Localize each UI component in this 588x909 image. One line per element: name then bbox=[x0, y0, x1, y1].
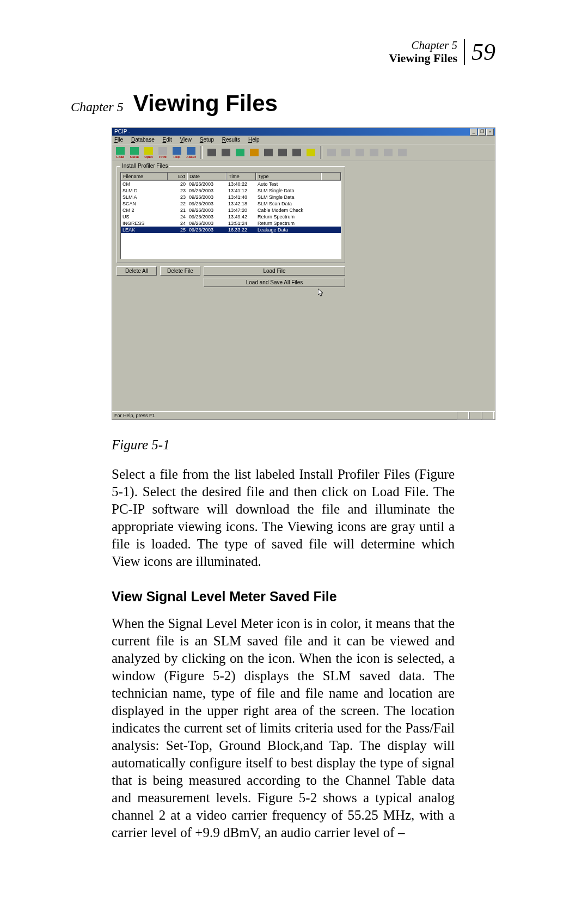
cell-date: 09/26/2003 bbox=[187, 200, 226, 207]
toolbar-icon-20[interactable] bbox=[396, 146, 408, 159]
menu-edit[interactable]: Edit bbox=[163, 137, 172, 143]
menu-setup[interactable]: Setup bbox=[200, 137, 214, 143]
cell-date: 09/26/2003 bbox=[187, 207, 226, 213]
cell-type: SLM Single Data bbox=[256, 194, 321, 200]
col-date[interactable]: Date bbox=[187, 173, 226, 180]
table-row[interactable]: SCAN2209/26/200313:42:18SLM Scan Data bbox=[121, 200, 341, 207]
table-row[interactable]: CM 22109/26/200313:47:20Cable Modem Chec… bbox=[121, 207, 341, 213]
toolbar-icon-11[interactable] bbox=[262, 146, 274, 159]
list-header: Filename Ext Date Time Type bbox=[121, 173, 341, 181]
col-ext[interactable]: Ext bbox=[168, 173, 187, 180]
delete-all-button[interactable]: Delete All bbox=[117, 266, 157, 276]
toolbar-about[interactable]: About bbox=[185, 146, 197, 159]
cell-filename: CM bbox=[121, 181, 168, 187]
header-title: Viewing Files bbox=[389, 51, 457, 65]
menubar: File Database Edit View Setup Results He… bbox=[112, 136, 495, 144]
table-row[interactable]: SLM D2309/26/200313:41:12SLM Single Data bbox=[121, 187, 341, 194]
close-button[interactable]: × bbox=[486, 129, 494, 136]
table-row[interactable]: INGRESS2409/26/200313:51:24Return Spectr… bbox=[121, 220, 341, 227]
cell-type: Cable Modem Check bbox=[256, 207, 321, 213]
svg-marker-0 bbox=[318, 289, 323, 296]
menu-database[interactable]: Database bbox=[131, 137, 155, 143]
cell-filename: SCAN bbox=[121, 200, 168, 207]
toolbar-help[interactable]: Help bbox=[171, 146, 183, 159]
cell-filename: INGRESS bbox=[121, 220, 168, 227]
statusbar: For Help, press F1 bbox=[112, 411, 495, 419]
chapter-heading: Chapter 5 Viewing Files bbox=[71, 90, 495, 117]
table-row[interactable]: SLM A2309/26/200313:41:48SLM Single Data bbox=[121, 194, 341, 200]
file-list[interactable]: Filename Ext Date Time Type CM2009/26/20… bbox=[120, 172, 341, 259]
menu-help[interactable]: Help bbox=[248, 137, 260, 143]
cell-ext: 21 bbox=[168, 207, 187, 213]
toolbar-print[interactable]: Print bbox=[157, 146, 169, 159]
cell-date: 09/26/2003 bbox=[187, 187, 226, 194]
cell-filename: US bbox=[121, 213, 168, 220]
toolbar-icon-14[interactable] bbox=[305, 146, 317, 159]
col-type[interactable]: Type bbox=[256, 173, 321, 180]
cell-time: 16:33:22 bbox=[226, 227, 256, 233]
maximize-button[interactable]: ❐ bbox=[478, 129, 486, 136]
toolbar-open[interactable]: Open bbox=[143, 146, 155, 159]
cell-time: 13:49:42 bbox=[226, 213, 256, 220]
toolbar-icon-19[interactable] bbox=[382, 146, 394, 159]
toolbar-close[interactable]: Close bbox=[128, 146, 140, 159]
minimize-button[interactable]: _ bbox=[470, 129, 477, 136]
load-file-button[interactable]: Load File bbox=[204, 266, 345, 276]
cell-time: 13:51:24 bbox=[226, 220, 256, 227]
menu-view[interactable]: View bbox=[180, 137, 192, 143]
paragraph-2: When the Signal Level Meter icon is in c… bbox=[112, 615, 455, 841]
cell-type: Auto Test bbox=[256, 181, 321, 187]
cell-date: 09/26/2003 bbox=[187, 227, 226, 233]
toolbar-icon-12[interactable] bbox=[277, 146, 289, 159]
page-number: 59 bbox=[465, 38, 495, 66]
cell-ext: 23 bbox=[168, 187, 187, 194]
cell-time: 13:41:48 bbox=[226, 194, 256, 200]
status-pane-2 bbox=[469, 412, 481, 419]
col-spacer bbox=[321, 173, 341, 180]
col-filename[interactable]: Filename bbox=[121, 173, 168, 180]
cell-type: Leakage Data bbox=[256, 227, 321, 233]
cell-filename: LEAK bbox=[121, 227, 168, 233]
cell-date: 09/26/2003 bbox=[187, 220, 226, 227]
toolbar: Load Close Open Print Help About bbox=[112, 144, 495, 161]
cell-type: SLM Scan Data bbox=[256, 200, 321, 207]
app-window: PCIP - _ ❐ × File Database Edit View Set… bbox=[112, 127, 495, 420]
cell-ext: 22 bbox=[168, 200, 187, 207]
toolbar-icon-8[interactable] bbox=[220, 146, 232, 159]
status-pane-1 bbox=[457, 412, 469, 419]
toolbar-icon-15[interactable] bbox=[326, 146, 338, 159]
table-row[interactable]: CM2009/26/200313:40:22Auto Test bbox=[121, 181, 341, 187]
col-time[interactable]: Time bbox=[226, 173, 256, 180]
toolbar-icon-10[interactable] bbox=[248, 146, 260, 159]
delete-file-button[interactable]: Delete File bbox=[160, 266, 200, 276]
toolbar-icon-17[interactable] bbox=[354, 146, 366, 159]
cell-date: 09/26/2003 bbox=[187, 181, 226, 187]
toolbar-icon-16[interactable] bbox=[340, 146, 352, 159]
section-heading: View Signal Level Meter Saved File bbox=[112, 588, 455, 605]
cell-ext: 20 bbox=[168, 181, 187, 187]
cell-filename: SLM D bbox=[121, 187, 168, 194]
chapter-label: Chapter 5 bbox=[71, 100, 124, 114]
load-save-all-button[interactable]: Load and Save All Files bbox=[204, 278, 345, 287]
install-profiler-files-group: Filename Ext Date Time Type CM2009/26/20… bbox=[117, 166, 345, 263]
cell-filename: SLM A bbox=[121, 194, 168, 200]
cell-ext: 24 bbox=[168, 220, 187, 227]
cell-time: 13:40:22 bbox=[226, 181, 256, 187]
toolbar-icon-7[interactable] bbox=[206, 146, 218, 159]
header-chapter: Chapter 5 bbox=[411, 39, 457, 52]
table-row[interactable]: LEAK2509/26/200316:33:22Leakage Data bbox=[121, 227, 341, 233]
menu-results[interactable]: Results bbox=[222, 137, 240, 143]
cell-time: 13:47:20 bbox=[226, 207, 256, 213]
table-row[interactable]: US2409/26/200313:49:42Return Spectrum bbox=[121, 213, 341, 220]
menu-file[interactable]: File bbox=[114, 137, 123, 143]
cell-ext: 24 bbox=[168, 213, 187, 220]
toolbar-load[interactable]: Load bbox=[114, 146, 126, 159]
window-title: PCIP - bbox=[114, 129, 130, 135]
toolbar-icon-9[interactable] bbox=[234, 146, 246, 159]
titlebar: PCIP - _ ❐ × bbox=[112, 128, 495, 136]
cell-date: 09/26/2003 bbox=[187, 213, 226, 220]
toolbar-icon-18[interactable] bbox=[368, 146, 380, 159]
cell-filename: CM 2 bbox=[121, 207, 168, 213]
toolbar-icon-13[interactable] bbox=[291, 146, 303, 159]
paragraph-1: Select a file from the list labeled Inst… bbox=[112, 466, 455, 570]
